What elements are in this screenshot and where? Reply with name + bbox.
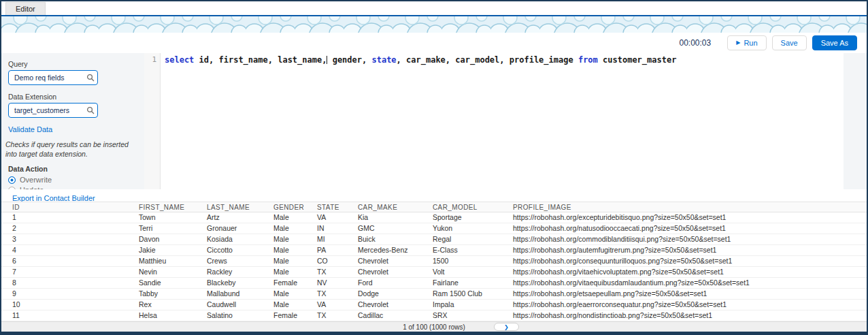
search-icon [86, 106, 95, 116]
table-cell: Jakie [136, 245, 204, 256]
table-cell: Fairlane [430, 278, 510, 289]
radio-option-overwrite[interactable]: Overwrite [8, 176, 139, 184]
table-cell: 4 [1, 245, 136, 256]
table-cell: 1500 [430, 256, 510, 267]
chevron-right-icon: ❯ [504, 324, 509, 330]
table-cell: 1 [1, 212, 136, 223]
export-row: Export in Contact Builder [1, 189, 867, 202]
tab-strip: Editor [1, 1, 867, 16]
sql-token: customer_master [598, 55, 677, 65]
table-row[interactable]: 7NevinRackleyMaleTXChevroletVolthttps://… [1, 267, 867, 278]
column-header-car_make: CAR_MAKE [355, 202, 430, 212]
results-body: 1TownArtzMaleVAKiaSportagehttps://roboha… [1, 212, 867, 321]
table-cell: https://robohash.org/eaerrorconsequatur.… [510, 300, 867, 310]
table-cell: Kosiada [204, 234, 271, 245]
sidebar: Query Data Extension [1, 53, 144, 189]
sql-token: state [371, 55, 396, 65]
sql-editor[interactable]: 1 select id, first_name, last_name, gend… [144, 53, 844, 189]
table-cell: Male [271, 212, 314, 223]
table-cell: Impala [430, 300, 510, 310]
tab-editor[interactable]: Editor [5, 2, 46, 15]
radio-selected-icon[interactable] [8, 176, 16, 184]
table-cell: Salatino [204, 310, 271, 321]
sql-code-line[interactable]: select id, first_name, last_name, gender… [161, 53, 676, 189]
column-header-last_name: LAST_NAME [204, 202, 271, 212]
table-row[interactable]: 9TabbyMallabundMaleTXDodgeRam 1500 Clubh… [1, 289, 867, 300]
table-row[interactable]: 10RexCaudwellMaleVAChevroletImpalahttps:… [1, 300, 867, 310]
line-number: 1 [152, 55, 156, 64]
table-cell: IN [314, 223, 355, 234]
table-row[interactable]: 11HelsaSalatinoFemaleTXCadillacSRXhttps:… [1, 310, 867, 321]
table-cell: Volt [430, 267, 510, 278]
sql-token: , car_make, car_model, profile_image [397, 55, 578, 65]
table-cell: MI [314, 234, 355, 245]
table-cell: Yukon [430, 223, 510, 234]
table-row[interactable]: 1TownArtzMaleVAKiaSportagehttps://roboha… [1, 212, 867, 223]
decorative-banner [1, 16, 867, 33]
column-header-gender: GENDER [271, 202, 314, 212]
table-cell: Female [271, 310, 314, 321]
table-cell: https://robohash.org/vitaehicvoluptatem.… [510, 267, 867, 278]
next-page-button[interactable]: ❯ [494, 323, 519, 331]
table-row[interactable]: 2TerriGronauerMaleINGMCYukonhttps://robo… [1, 223, 867, 234]
query-input[interactable] [8, 70, 98, 85]
table-cell: Artz [204, 212, 271, 223]
data-action-label: Data Action [8, 165, 139, 173]
table-cell: Gronauer [204, 223, 271, 234]
main-area: Query Data Extension [1, 53, 867, 189]
radio-option-label: Overwrite [20, 176, 52, 184]
pagination-label: 1 of 100 (1000 rows) [403, 323, 465, 331]
column-header-id: ID [1, 202, 136, 212]
line-number-gutter: 1 [144, 53, 161, 189]
table-cell: Male [271, 245, 314, 256]
run-button-label: Run [744, 39, 757, 47]
table-row[interactable]: 4JakieCiccottoMalePAMercedes-BenzE-Class… [1, 245, 867, 256]
table-cell: Caudwell [204, 300, 271, 310]
table-cell: https://robohash.org/consequunturilloquo… [510, 256, 867, 267]
column-header-profile_image: PROFILE_IMAGE [510, 202, 867, 212]
table-row[interactable]: 8SandieBlackebyFemaleNVFordFairlanehttps… [1, 278, 867, 289]
save-button[interactable]: Save [772, 35, 807, 50]
table-cell: Male [271, 223, 314, 234]
table-cell: https://robohash.org/excepturidebitisquo… [510, 212, 867, 223]
table-cell: Ciccotto [204, 245, 271, 256]
table-cell: Chevrolet [355, 256, 430, 267]
table-cell: https://robohash.org/natusodiooccaecati.… [510, 223, 867, 234]
table-cell: TX [314, 267, 355, 278]
table-cell: https://robohash.org/commodiblanditiisqu… [510, 234, 867, 245]
table-cell: Blackeby [204, 278, 271, 289]
pagination-bar: 1 of 100 (1000 rows) ❯ [1, 321, 867, 332]
sql-token: from [578, 55, 598, 65]
table-cell: 11 [1, 310, 136, 321]
table-cell: Female [271, 278, 314, 289]
table-cell: TX [314, 310, 355, 321]
table-cell: VA [314, 212, 355, 223]
table-cell: Sandie [136, 278, 204, 289]
sql-token: gender, [327, 55, 371, 65]
results-section: Export in Contact Builder IDFIRST_NAMELA… [1, 189, 867, 321]
table-cell: Matthieu [136, 256, 204, 267]
table-cell: Mercedes-Benz [355, 245, 430, 256]
sql-token: select [165, 55, 194, 65]
table-cell: https://robohash.org/vitaequibusdamlauda… [510, 278, 867, 289]
column-header-state: STATE [314, 202, 355, 212]
timer: 00:00:03 [680, 38, 712, 48]
table-cell: Kia [355, 212, 430, 223]
data-extension-label: Data Extension [8, 93, 139, 101]
validate-data-link[interactable]: Validate Data [8, 125, 52, 133]
table-cell: Helsa [136, 310, 204, 321]
table-cell: 7 [1, 267, 136, 278]
table-cell: Rackley [204, 267, 271, 278]
run-button[interactable]: ▶ Run [727, 35, 766, 50]
table-cell: Male [271, 289, 314, 300]
results-table: IDFIRST_NAMELAST_NAMEGENDERSTATECAR_MAKE… [1, 202, 867, 321]
save-as-button[interactable]: Save As [812, 35, 857, 50]
table-row[interactable]: 6MatthieuCrewsMaleCOChevrolet1500https:/… [1, 256, 867, 267]
table-cell: 8 [1, 278, 136, 289]
table-cell: VA [314, 300, 355, 310]
table-cell: Sportage [430, 212, 510, 223]
play-icon: ▶ [736, 40, 740, 46]
table-cell: Tabby [136, 289, 204, 300]
table-row[interactable]: 3DavonKosiadaMaleMIBuickRegalhttps://rob… [1, 234, 867, 245]
data-extension-input[interactable] [8, 103, 98, 118]
